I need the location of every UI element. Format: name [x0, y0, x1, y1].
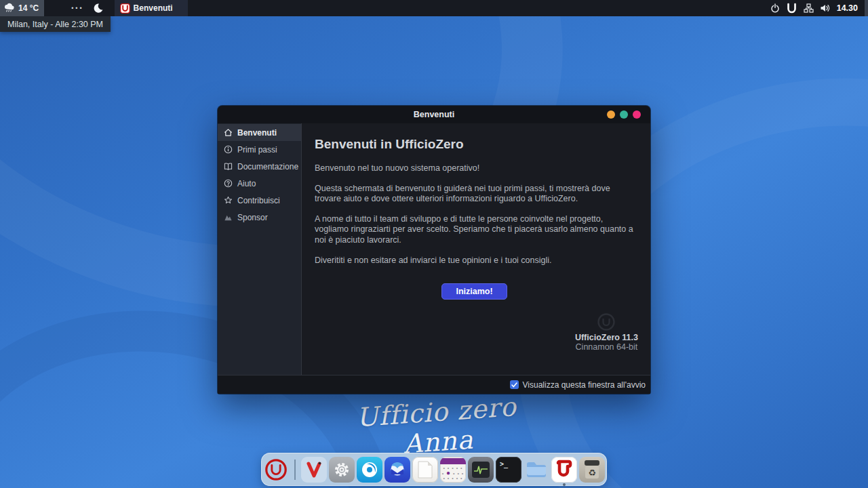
panel-menu-dots[interactable]: ••• [71, 5, 83, 12]
night-mode-moon-icon[interactable] [94, 3, 105, 14]
ufficiozero-menu-icon[interactable] [263, 457, 289, 483]
close-button[interactable] [633, 110, 641, 119]
svg-text:♻: ♻ [588, 468, 596, 478]
question-icon [224, 179, 233, 188]
sidebar-item-sponsor[interactable]: Sponsor [218, 209, 301, 226]
desktop-environment: Cinnamon 64-bit [575, 342, 638, 352]
rain-cloud-icon [3, 3, 16, 14]
window-footer: Visualizza questa finestra all'avvio [218, 375, 650, 394]
taskbar-item-label: Benvenuti [134, 3, 173, 13]
sidebar: Benvenuti Primi passi Documentazione Aiu… [218, 123, 302, 375]
window-controls [607, 110, 641, 119]
system-monitor-icon[interactable] [468, 457, 494, 483]
welcome-paragraph: A nome di tutto il team di sviluppo e di… [315, 214, 634, 246]
show-desktop-strip[interactable] [865, 0, 868, 16]
welcome-paragraph: Benvenuto nel tuo nuovo sistema operativ… [315, 163, 634, 174]
welcome-content: Benvenuti in UfficioZero Benvenuto nel t… [302, 123, 650, 375]
star-icon [224, 196, 233, 205]
iniziamo-button[interactable]: Iniziamo! [441, 283, 507, 300]
ufficiozero-red-logo-icon [120, 3, 130, 14]
version-block: UfficioZero 11.3 Cinnamon 64-bit [575, 312, 638, 352]
ufficiozero-logo-icon[interactable] [786, 3, 797, 14]
terminal-prompt: >_ [500, 460, 508, 468]
minimize-button[interactable] [607, 110, 615, 119]
show-at-startup-checkbox[interactable] [510, 380, 519, 389]
show-at-startup-label[interactable]: Visualizza questa finestra all'avvio [523, 380, 646, 390]
desktop: 14 °C ••• Benvenuti [0, 0, 868, 488]
ufficiozero-watermark-icon [575, 312, 638, 331]
sidebar-item-documentazione[interactable]: Documentazione [218, 158, 301, 175]
sidebar-item-benvenuti[interactable]: Benvenuti [218, 124, 301, 141]
sidebar-item-aiuto[interactable]: Aiuto [218, 175, 301, 192]
network-icon[interactable] [804, 3, 814, 13]
home-icon [224, 128, 233, 137]
info-icon [224, 145, 233, 154]
running-indicator [563, 483, 566, 486]
email-client-icon[interactable] [384, 457, 410, 483]
taskbar-item-benvenuti[interactable]: Benvenuti [115, 0, 188, 16]
mountain-icon [224, 213, 233, 222]
page-title: Benvenuti in UfficioZero [315, 137, 634, 152]
dock: • • • • •• ● • • •• • • • • >_ ♻ [261, 453, 607, 486]
weather-temp: 14 °C [18, 3, 39, 13]
power-icon[interactable] [770, 3, 780, 13]
os-version: UfficioZero 11.3 [575, 333, 638, 342]
window-body: Benvenuti Primi passi Documentazione Aiu… [218, 123, 650, 375]
sidebar-item-label: Sponsor [237, 213, 268, 222]
window-titlebar[interactable]: Benvenuti [218, 106, 650, 123]
window-title: Benvenuti [218, 110, 650, 119]
book-icon [224, 162, 233, 171]
welcome-window: Benvenuti Benvenuti Primi passi Do [218, 106, 650, 394]
v-app-icon[interactable] [301, 457, 327, 483]
sidebar-item-contribuisci[interactable]: Contribuisci [218, 192, 301, 209]
sidebar-item-label: Aiuto [237, 179, 256, 188]
sidebar-item-label: Benvenuti [237, 128, 277, 138]
panel-clock[interactable]: 14.30 [837, 3, 858, 13]
welcome-paragraph: Diverititi e non esitare ad inviarci le … [315, 256, 634, 266]
check-icon [511, 382, 517, 388]
ufficiozero-app-icon[interactable] [551, 457, 577, 483]
calendar-header [440, 458, 466, 464]
settings-gear-icon[interactable] [329, 457, 355, 483]
file-manager-icon[interactable] [524, 457, 549, 483]
text-editor-icon[interactable] [412, 457, 438, 483]
dock-divider [294, 460, 296, 480]
sidebar-item-label: Primi passi [237, 145, 277, 155]
weather-applet[interactable]: 14 °C [0, 0, 44, 16]
top-panel: 14 °C ••• Benvenuti [0, 0, 868, 16]
weather-tooltip: Milan, Italy - Alle 2:30 PM [0, 16, 111, 32]
terminal-icon[interactable]: >_ [496, 457, 521, 483]
trash-icon[interactable]: ♻ [579, 457, 605, 483]
sidebar-item-primi-passi[interactable]: Primi passi [218, 141, 301, 158]
sidebar-item-label: Documentazione [237, 162, 298, 171]
volume-icon[interactable] [820, 3, 831, 13]
calendar-grid: • • • • •• ● • • •• • • • • [442, 466, 465, 481]
calendar-icon[interactable]: • • • • •• ● • • •• • • • • [440, 457, 466, 483]
web-browser-icon[interactable] [357, 457, 382, 483]
welcome-paragraph: Questa schermata di benvenuto ti guiderà… [315, 184, 634, 205]
panel-system-tray: 14.30 [770, 3, 863, 14]
maximize-button[interactable] [620, 110, 628, 119]
sidebar-item-label: Contribuisci [237, 196, 280, 205]
